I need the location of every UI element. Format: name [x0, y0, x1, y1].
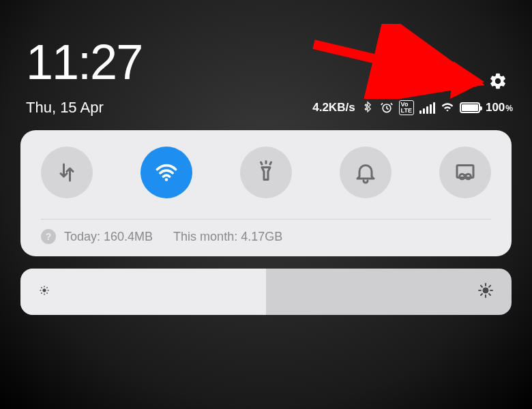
svg-line-13: [42, 288, 42, 288]
svg-line-14: [47, 293, 48, 294]
svg-line-24: [481, 294, 482, 295]
clock-time: 11:27: [26, 37, 506, 87]
brightness-fill: [20, 269, 266, 315]
wifi-toggle[interactable]: [141, 147, 192, 198]
notification-shade-header: 11:27 Thu, 15 Apr: [0, 0, 532, 117]
svg-line-16: [47, 288, 48, 288]
settings-button[interactable]: [488, 72, 507, 93]
svg-point-17: [483, 288, 488, 293]
svg-line-23: [489, 294, 490, 295]
usage-today-value: 160.4MB: [104, 230, 153, 243]
help-icon: ?: [41, 229, 56, 244]
clock-date: Thu, 15 Apr: [26, 99, 506, 117]
svg-point-8: [43, 289, 46, 292]
silent-toggle[interactable]: [340, 147, 391, 198]
svg-point-4: [165, 178, 168, 181]
usage-today-label: Today:: [64, 230, 100, 243]
svg-line-25: [489, 286, 490, 287]
svg-line-22: [481, 286, 482, 287]
brightness-high-icon: [477, 282, 494, 301]
usage-month-label: This month:: [173, 230, 237, 243]
flashlight-icon: [254, 160, 278, 185]
mobile-data-icon: [55, 160, 79, 185]
screenshot-icon: [453, 160, 477, 185]
bell-icon: [353, 160, 378, 185]
mobile-data-toggle[interactable]: [41, 147, 93, 198]
usage-month-value: 4.17GB: [241, 230, 282, 243]
screenshot-toggle[interactable]: [439, 147, 491, 198]
brightness-slider[interactable]: [20, 269, 512, 315]
wifi-toggle-icon: [154, 160, 179, 185]
quick-settings-panel: ? Today: 160.4MB This month: 4.17GB: [20, 130, 512, 256]
battery-icon: [460, 102, 480, 113]
divider: [41, 219, 491, 219]
data-usage-row[interactable]: ? Today: 160.4MB This month: 4.17GB: [41, 229, 491, 244]
quick-settings-row: [41, 147, 491, 198]
svg-line-15: [42, 293, 42, 294]
flashlight-toggle[interactable]: [240, 147, 292, 198]
gear-icon: [488, 72, 507, 91]
